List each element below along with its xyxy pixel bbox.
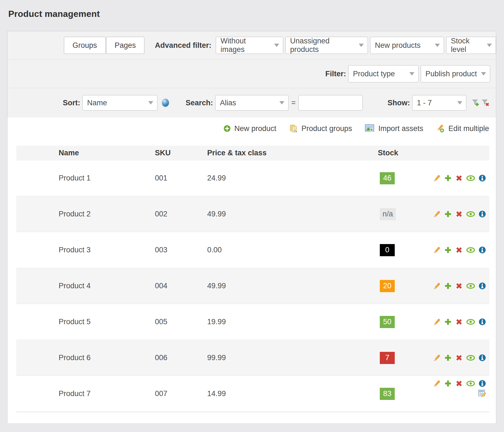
view-icon[interactable] — [466, 355, 475, 361]
product-groups-button[interactable]: Product groups — [289, 124, 352, 133]
edit-multiple-button[interactable]: Edit multiple — [436, 124, 489, 133]
info-icon[interactable] — [479, 354, 486, 362]
view-icon[interactable] — [466, 247, 475, 253]
view-icon[interactable] — [466, 175, 475, 181]
info-icon[interactable] — [479, 210, 486, 218]
header-stock: Stock — [378, 149, 433, 157]
chevron-down-icon — [359, 44, 364, 47]
add-icon[interactable] — [444, 282, 452, 290]
edit-icon[interactable] — [433, 282, 441, 290]
new-products-dropdown[interactable]: New products — [370, 37, 444, 54]
page-title: Product management — [8, 9, 100, 19]
edit-icon[interactable] — [433, 354, 441, 362]
new-product-button[interactable]: New product — [224, 124, 276, 133]
chevron-down-icon — [435, 44, 440, 47]
globe-icon[interactable] — [162, 99, 169, 107]
dropdown-value: Name — [87, 99, 107, 107]
edit-icon[interactable] — [433, 246, 441, 254]
header-sku: SKU — [155, 149, 207, 157]
product-sku: 001 — [155, 174, 207, 182]
edit-icon[interactable] — [433, 210, 441, 218]
product-sku: 003 — [155, 246, 207, 254]
unassigned-products-dropdown[interactable]: Unassigned products — [285, 37, 368, 54]
chevron-down-icon — [481, 72, 486, 75]
delete-icon[interactable] — [455, 246, 463, 254]
edit-table-icon[interactable] — [478, 389, 486, 397]
product-price: 49.99 — [207, 282, 378, 290]
delete-icon[interactable] — [455, 354, 463, 362]
product-price: 24.99 — [207, 174, 378, 182]
info-icon[interactable] — [479, 318, 486, 326]
product-name: Product 1 — [16, 174, 155, 182]
product-sku: 007 — [155, 389, 207, 398]
edit-icon[interactable] — [433, 174, 441, 182]
add-icon[interactable] — [444, 354, 452, 362]
advanced-filter-row: Groups Pages Advanced filter: Without im… — [7, 31, 496, 60]
table-row: Product 3 003 0.00 0 — [16, 232, 489, 268]
dropdown-value: 1 - 7 — [417, 99, 432, 107]
edit-icon[interactable] — [433, 318, 441, 326]
table-row: Product 6 006 99.99 7 — [16, 340, 489, 376]
delete-icon[interactable] — [455, 174, 463, 182]
add-icon[interactable] — [444, 174, 452, 182]
stock-badge: 7 — [380, 352, 395, 364]
search-field-dropdown[interactable]: Alias — [215, 95, 289, 111]
edit-icon[interactable] — [433, 380, 441, 387]
info-icon[interactable] — [479, 174, 486, 182]
table-row: Product 1 001 24.99 46 — [16, 160, 489, 196]
without-images-dropdown[interactable]: Without images — [216, 37, 283, 54]
dropdown-value: Product type — [353, 70, 395, 78]
dropdown-value: Stock level — [451, 37, 484, 54]
dropdown-value: Unassigned products — [290, 37, 355, 54]
add-icon[interactable] — [444, 318, 452, 326]
groups-button[interactable]: Groups — [64, 37, 106, 54]
view-icon[interactable] — [466, 283, 475, 289]
info-icon[interactable] — [479, 282, 486, 290]
remove-filter-icon[interactable] — [481, 99, 489, 107]
filter-tools — [471, 99, 489, 107]
view-icon[interactable] — [466, 319, 475, 325]
add-icon[interactable] — [444, 380, 452, 387]
chevron-down-icon — [409, 72, 414, 75]
table-row: Product 2 002 49.99 n/a — [16, 196, 489, 232]
add-filter-icon[interactable] — [471, 99, 480, 107]
product-name: Product 3 — [16, 246, 155, 254]
product-sku: 004 — [155, 282, 207, 290]
search-input[interactable] — [298, 95, 363, 111]
add-icon[interactable] — [444, 210, 452, 218]
equals-sign: = — [291, 99, 296, 107]
stock-level-dropdown[interactable]: Stock level — [446, 37, 496, 54]
show-range-dropdown[interactable]: 1 - 7 — [412, 95, 466, 111]
chevron-down-icon — [457, 101, 462, 104]
add-icon[interactable] — [444, 246, 452, 254]
stock-badge: 50 — [380, 316, 395, 328]
table-header: Name SKU Price & tax class Stock — [16, 146, 489, 160]
sort-search-row: Sort: Name Search: Alias = Show: 1 - 7 — [7, 88, 496, 117]
row-actions — [433, 380, 486, 387]
filter-label: Filter: — [325, 70, 346, 78]
header-name: Name — [16, 149, 155, 157]
content-area: New product Product groups Import assets… — [7, 117, 496, 423]
delete-icon[interactable] — [455, 282, 463, 290]
show-label: Show: — [388, 99, 410, 107]
info-icon[interactable] — [479, 246, 486, 254]
pages-button[interactable]: Pages — [106, 37, 145, 54]
header-price: Price & tax class — [207, 149, 378, 157]
import-assets-button[interactable]: Import assets — [365, 124, 423, 133]
filter-row: Filter: Product type Publish product — [7, 60, 496, 88]
view-icon[interactable] — [466, 381, 475, 386]
chevron-down-icon — [274, 44, 279, 47]
search-label: Search: — [186, 99, 213, 107]
chevron-down-icon — [148, 101, 153, 104]
import-image-icon — [365, 124, 375, 133]
sort-dropdown[interactable]: Name — [82, 95, 157, 111]
delete-icon[interactable] — [455, 380, 463, 387]
info-icon[interactable] — [479, 380, 486, 387]
publish-product-dropdown[interactable]: Publish product — [421, 65, 490, 82]
product-name: Product 4 — [16, 282, 155, 290]
delete-icon[interactable] — [455, 318, 463, 326]
view-icon[interactable] — [466, 211, 475, 217]
actions-bar: New product Product groups Import assets… — [7, 122, 496, 135]
product-type-dropdown[interactable]: Product type — [348, 65, 419, 82]
delete-icon[interactable] — [455, 210, 463, 218]
